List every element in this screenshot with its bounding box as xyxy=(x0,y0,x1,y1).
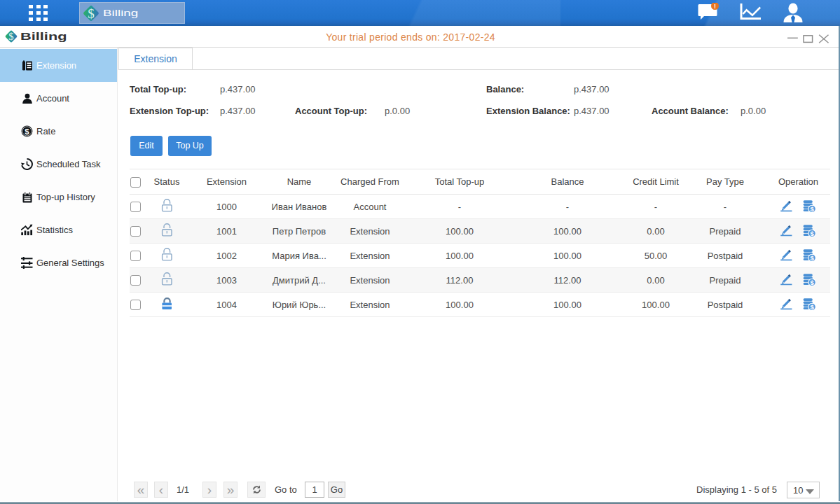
svg-text:$: $ xyxy=(810,205,814,213)
svg-text:$: $ xyxy=(810,254,814,262)
svg-text:$: $ xyxy=(810,279,814,286)
svg-text:!: ! xyxy=(714,3,716,10)
svg-text:$: $ xyxy=(810,230,814,237)
svg-text:$: $ xyxy=(88,6,95,20)
svg-text:$: $ xyxy=(25,127,29,136)
svg-text:$: $ xyxy=(810,303,814,311)
